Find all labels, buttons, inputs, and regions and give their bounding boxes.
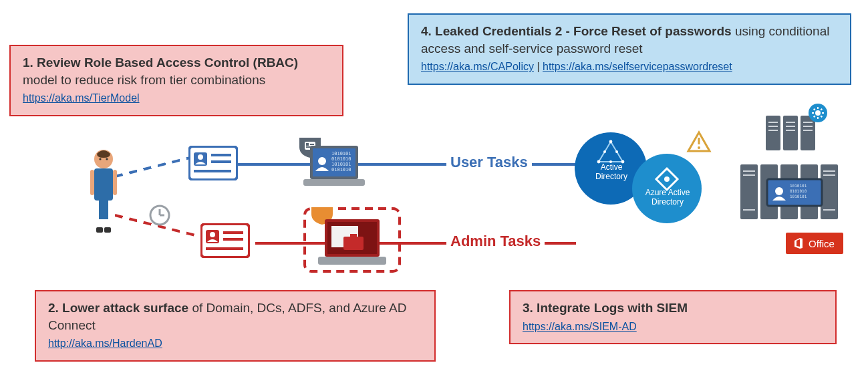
svg-rect-80 (821, 164, 838, 219)
svg-rect-42 (318, 257, 386, 265)
svg-point-44 (609, 140, 613, 144)
svg-rect-76 (740, 164, 758, 219)
laptop-user-icon: 10101010101010 10101010101010 (298, 136, 368, 193)
callout-2-title: 2. Lower attack surface (48, 301, 188, 315)
office-label: Office (809, 238, 835, 249)
callout-4-sep: | (537, 61, 543, 72)
office-icon (792, 237, 805, 249)
svg-rect-5 (90, 170, 94, 195)
server-small-icon (762, 104, 831, 156)
person-icon (87, 148, 120, 237)
directory-cluster: Active Directory Azure Active Directory (573, 127, 727, 230)
laptop-admin-box (303, 207, 401, 275)
svg-rect-25 (306, 143, 309, 146)
svg-rect-6 (113, 170, 117, 195)
callout-3-link[interactable]: https://aka.ms/SIEM-AD (523, 321, 637, 332)
svg-rect-3 (94, 168, 113, 201)
svg-point-14 (198, 154, 203, 160)
callout-box-3: 3. Integrate Logs with SIEM https://aka.… (509, 290, 837, 344)
svg-text:1010101: 1010101 (790, 183, 807, 188)
callout-1-title: 1. Review Role Based Access Control (RBA… (23, 55, 298, 70)
svg-text:0101010: 0101010 (331, 156, 351, 162)
id-card-admin-icon (200, 223, 250, 261)
callout-1-rest: model to reduce risk from tier combinati… (23, 73, 265, 87)
callout-2-link[interactable]: http://aka.ms/HardenAD (48, 338, 162, 349)
svg-rect-41 (350, 234, 357, 238)
callout-3-title: 3. Integrate Logs with SIEM (523, 301, 688, 315)
svg-point-20 (210, 232, 215, 237)
svg-text:1010101: 1010101 (331, 162, 351, 167)
callout-box-1: 1. Review Role Based Access Control (RBA… (9, 45, 343, 116)
callout-4-link-1[interactable]: https://aka.ms/CAPolicy (421, 61, 534, 72)
svg-point-48 (615, 150, 618, 153)
svg-rect-4 (99, 199, 108, 219)
svg-point-51 (664, 176, 670, 182)
connector-user-tasks (238, 163, 592, 166)
svg-point-30 (318, 157, 326, 165)
label-admin-tasks: Admin Tasks (446, 233, 545, 250)
svg-text:0101010: 0101010 (790, 188, 807, 193)
svg-text:0101010: 0101010 (331, 167, 351, 172)
svg-rect-40 (343, 237, 364, 250)
office-badge: Office (786, 233, 843, 254)
callout-box-4: 4. Leaked Credentials 2 - Force Reset of… (408, 13, 851, 85)
callout-1-link[interactable]: https://aka.ms/TierModel (23, 92, 140, 104)
label-user-tasks: User Tasks (446, 154, 532, 171)
id-card-user-icon (188, 146, 238, 183)
svg-rect-55 (783, 116, 798, 150)
active-directory-label: Active Directory (589, 163, 633, 182)
svg-rect-35 (303, 179, 365, 186)
clock-icon (148, 204, 171, 229)
svg-text:1010101: 1010101 (790, 194, 807, 199)
callout-4-link-2[interactable]: https://aka.ms/selfservicepasswordreset (543, 61, 732, 72)
svg-point-2 (106, 158, 108, 160)
svg-point-1 (99, 158, 101, 160)
svg-point-53 (698, 146, 700, 149)
svg-point-47 (603, 150, 606, 153)
svg-text:1010101: 1010101 (331, 151, 351, 156)
svg-rect-54 (766, 116, 780, 150)
callout-4-title: 4. Leaked Credentials 2 - Force Reset of… (421, 24, 732, 38)
server-rack-icon: 10101010101010 1010101 (738, 160, 851, 225)
svg-rect-8 (104, 227, 111, 233)
azure-ad-label: Azure Active Directory (640, 188, 695, 207)
callout-box-2: 2. Lower attack surface of Domain, DCs, … (35, 290, 436, 362)
svg-rect-7 (96, 227, 103, 233)
svg-point-88 (775, 187, 783, 195)
svg-point-67 (815, 110, 821, 116)
